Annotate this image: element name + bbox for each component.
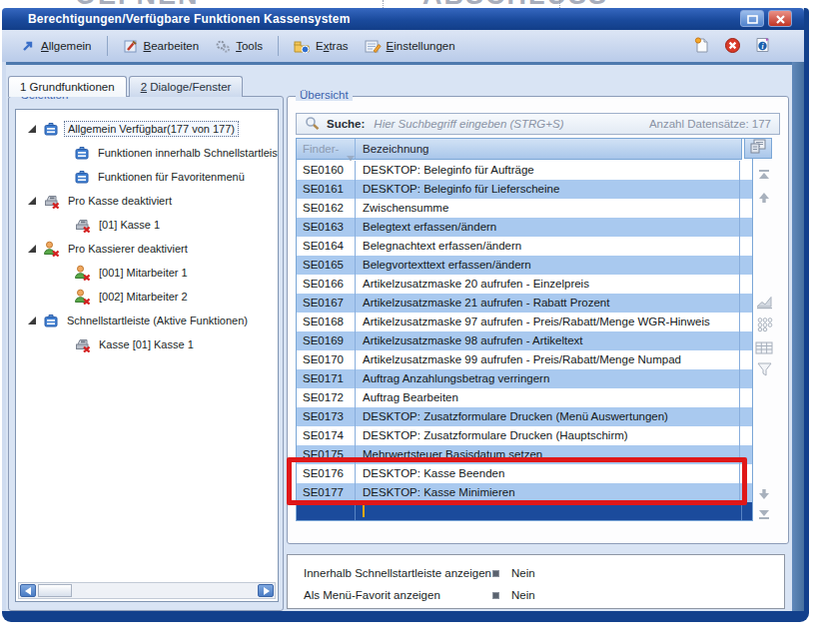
kasse-deaktiviert-icon	[74, 217, 91, 233]
kassierer-deaktiviert-icon	[74, 265, 91, 281]
scrollbar-thumb[interactable]	[38, 584, 72, 597]
cell-finder-id: SE0170	[297, 350, 355, 369]
table-row-SE0161[interactable]: SE0161DESKTOP: Beleginfo für Lieferschei…	[297, 180, 752, 199]
cell-bezeichnung: Artikelzusatzmaske 20 aufrufen - Einzelp…	[355, 275, 740, 294]
table-row-SE0168[interactable]: SE0168Artikelzusatzmaske 97 aufrufen - P…	[297, 313, 752, 331]
close-button[interactable]	[768, 10, 792, 27]
info-icon[interactable]: i	[755, 37, 770, 55]
toolbar-item-label: Bearbeiten	[144, 40, 200, 52]
table-row-SE0160[interactable]: SE0160DESKTOP: Beleginfo für Aufträge	[297, 161, 752, 180]
table-row-SE0174[interactable]: SE0174DESKTOP: Zusatzformulare Drucken (…	[297, 426, 752, 445]
toolbar-item-label: Tools	[236, 40, 263, 52]
column-header-bezeichnung[interactable]: Bezeichnung	[355, 139, 741, 159]
tree-item--002-mitarbeiter-2[interactable]: [002] Mitarbeiter 2	[74, 286, 191, 308]
table-row-SE0169[interactable]: SE0169Artikelzusatzmaske 98 aufrufen - A…	[297, 331, 752, 350]
table-row-SE0167[interactable]: SE0167Artikelzusatzmaske 21 aufrufen - R…	[297, 294, 752, 313]
table-row-SE0173[interactable]: SE0173DESKTOP: Zusatzformulare Drucken (…	[297, 407, 752, 426]
tree-item-allgemein-verfügbar-177-von-177-[interactable]: Allgemein Verfügbar(177 von 177)	[28, 118, 239, 140]
table-row-SE0171[interactable]: SE0171Auftrag Anzahlungsbetrag verringer…	[297, 369, 752, 388]
detail-value: Nein	[511, 567, 535, 579]
cell-bezeichnung: Auftrag Anzahlungsbetrag verringern	[355, 369, 740, 388]
table-row-SE0170[interactable]: SE0170Artikelzusatzmaske 99 aufrufen - P…	[297, 350, 752, 369]
tree-item-funktionen-für-favoritenmenü[interactable]: Funktionen für Favoritenmenü	[74, 166, 248, 188]
uebersicht-caption: Übersicht	[296, 89, 353, 101]
folder-icon	[294, 38, 311, 54]
expander-icon[interactable]	[28, 197, 37, 206]
text-caret	[363, 505, 365, 517]
table-row-SE0166[interactable]: SE0166Artikelzusatzmaske 20 aufrufen - E…	[297, 275, 752, 294]
bullet-icon	[492, 570, 499, 577]
tree-item-kasse-01-kasse-1[interactable]: Kasse [01] Kasse 1	[74, 333, 197, 355]
column-chooser-button[interactable]	[744, 138, 772, 159]
pivot-icon[interactable]	[754, 316, 774, 333]
dialog-window: Berechtigungen/Verfügbare Funktionen Kas…	[2, 8, 809, 622]
divider	[559, 0, 560, 8]
scroll-up-icon[interactable]	[754, 189, 774, 207]
titlebar[interactable]: Berechtigungen/Verfügbare Funktionen Kas…	[2, 8, 804, 30]
tab-1-grundfunktionen[interactable]: 1 Grundfunktionen	[8, 76, 127, 97]
cell-finder-id: SE0162	[297, 199, 355, 218]
tree-item-label: Pro Kassierer deaktiviert	[65, 242, 191, 256]
cell-finder-id: SE0174	[297, 426, 355, 445]
tree-item--01-kasse-1[interactable]: [01] Kasse 1	[74, 214, 163, 236]
restore-button[interactable]	[740, 10, 764, 27]
record-count: Anzahl Datensätze: 177	[649, 118, 771, 130]
toolbar-item-extras[interactable]: Extras	[288, 35, 355, 57]
filter-icon[interactable]	[754, 360, 774, 378]
toolbar-item-tools[interactable]: Tools	[209, 35, 269, 57]
table-row-SE0172[interactable]: SE0172Auftrag Bearbeiten	[297, 388, 752, 407]
kartei-icon	[43, 313, 59, 328]
background-button-oeffnen: OEFNEN	[75, 0, 200, 8]
tree-item--001-mitarbeiter-1[interactable]: [001] Mitarbeiter 1	[74, 262, 191, 284]
cell-bezeichnung: DESKTOP: Beleginfo für Aufträge	[355, 161, 740, 180]
scroll-right-button[interactable]	[258, 584, 274, 597]
cell-finder-id: SE0164	[297, 237, 355, 256]
expander-icon[interactable]	[28, 317, 37, 325]
tree-item-pro-kassierer-deaktiviert[interactable]: Pro Kassierer deaktiviert	[28, 238, 191, 260]
toolbar-item-label: Allgemein	[41, 40, 92, 52]
tree-item-label: [01] Kasse 1	[96, 218, 163, 232]
chart-icon[interactable]	[754, 293, 774, 311]
tree-item-funktionen-innerhalb-schnellstartleiste[interactable]: Funktionen innerhalb Schnellstartleiste	[74, 142, 279, 164]
arrow-up-right-icon	[20, 38, 36, 54]
details-panel: Innerhalb Schnellstartleiste anzeigenNei…	[287, 554, 785, 609]
search-input[interactable]	[372, 117, 642, 131]
cell-finder-id: SE0161	[297, 180, 355, 199]
divider	[383, 0, 384, 8]
horizontal-scrollbar[interactable]	[18, 582, 276, 599]
new-document-icon[interactable]	[694, 37, 710, 56]
tree-item-pro-kasse-deaktiviert[interactable]: Pro Kasse deaktiviert	[28, 190, 175, 212]
table-row-SE0165[interactable]: SE0165Belegvortexttext erfassen/ändern	[297, 256, 752, 275]
tree-item-label: [001] Mitarbeiter 1	[96, 266, 191, 280]
expander-icon[interactable]	[28, 245, 37, 254]
cell-bezeichnung: Artikelzusatzmaske 99 aufrufen - Preis/R…	[355, 350, 740, 369]
table-row-SE0163[interactable]: SE0163Belegtext erfassen/ändern	[297, 218, 752, 237]
toolbar: AllgemeinBearbeitenToolsExtrasEinstellun…	[2, 30, 804, 62]
tree-item-schnellstartleiste-aktive-funktionen-[interactable]: Schnellstartleiste (Aktive Funktionen)	[28, 310, 251, 331]
scroll-left-button[interactable]	[20, 584, 36, 597]
tree-item-label: Pro Kasse deaktiviert	[65, 194, 175, 208]
toolbar-item-einstellungen[interactable]: Einstellungen	[359, 35, 461, 57]
scroll-top-icon[interactable]	[754, 166, 774, 184]
cell-finder-id: SE0160	[297, 161, 355, 180]
background-button-abschluss: ABSCHLUSS	[422, 0, 608, 8]
tree-item-label: Schnellstartleiste (Aktive Funktionen)	[64, 314, 251, 327]
grid-icon[interactable]	[754, 338, 774, 356]
toolbar-divider	[2, 62, 804, 65]
cell-finder-id: SE0167	[297, 294, 355, 313]
table-row-SE0164[interactable]: SE0164Belegnachtext erfassen/ändern	[297, 237, 752, 256]
expander-icon[interactable]	[28, 125, 37, 134]
cell-finder-id: SE0163	[297, 218, 355, 237]
toolbar-item-allgemein[interactable]: Allgemein	[14, 35, 98, 57]
scroll-down-icon[interactable]	[754, 485, 774, 503]
cell-finder-id: SE0169	[297, 331, 355, 350]
selektion-tree: Allgemein Verfügbar(177 von 177)Funktion…	[15, 109, 279, 602]
cancel-icon[interactable]	[725, 38, 740, 55]
table-row-SE0162[interactable]: SE0162Zwischensumme	[297, 199, 752, 218]
bullet-icon	[492, 592, 499, 599]
settings-icon	[365, 38, 382, 54]
scroll-bottom-icon[interactable]	[754, 505, 774, 523]
tab-2-dialoge-fenster[interactable]: 2 Dialoge/Fenster	[129, 76, 244, 97]
toolbar-item-bearbeiten[interactable]: Bearbeiten	[117, 35, 206, 57]
cell-finder-id: SE0171	[297, 369, 355, 388]
